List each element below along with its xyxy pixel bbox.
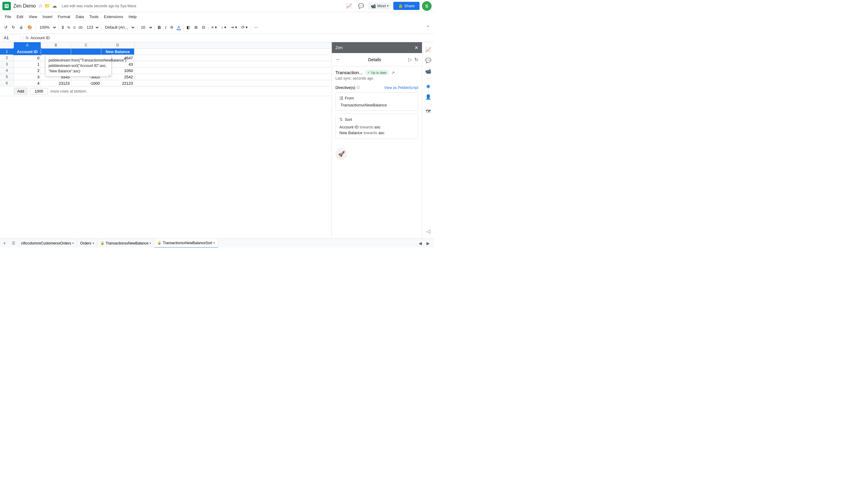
row-num-4[interactable]: 4 [0,68,14,73]
cell-b1[interactable] [41,49,71,54]
panel-play-button[interactable]: ▷ [409,57,412,63]
sidebar-comment-icon[interactable]: 💬 [423,55,433,65]
share-button[interactable]: 🔒 Zen Share [393,2,419,10]
zoom-select[interactable]: 100% [37,23,57,32]
strikethrough-button[interactable]: S [169,24,175,31]
user-avatar[interactable]: S [422,1,432,11]
italic-button[interactable]: I [163,24,168,31]
font-select[interactable]: Default (Ari... [103,23,136,32]
table-row: 6 4 23123 -1000 22123 [0,80,331,86]
print-button[interactable]: 🖨 [17,24,25,31]
panel-nav-title: Details [343,57,406,62]
tooltip-resize-handle[interactable]: ⤡ [108,73,110,76]
percent-button[interactable]: % [66,25,71,30]
align-v-button[interactable]: ↕ ▾ [220,24,228,31]
row-num-6[interactable]: 6 [0,80,14,86]
decimal-dec-button[interactable]: .0 [72,25,76,30]
cell-d1[interactable]: New Balance [101,49,135,54]
font-color-button[interactable]: A [175,24,182,31]
cell-a3[interactable]: 1 [14,61,41,67]
sheet-menu-button[interactable]: ☰ [9,239,18,248]
rocket-button[interactable]: 🚀 [335,148,347,160]
meet-button[interactable]: 📹 Meet ▾ [368,2,391,10]
sidebar-meet-icon[interactable]: 📹 [423,66,433,76]
menu-extensions[interactable]: Extensions [102,13,126,20]
external-link-icon[interactable]: ↗ [391,70,395,75]
cloud-icon[interactable]: ☁ [52,3,57,9]
sidebar-maps-icon[interactable]: 🗺 [423,107,433,116]
cell-b6[interactable]: 23123 [41,80,71,86]
undo-button[interactable]: ↺ [2,24,9,31]
chat-icon[interactable]: 💬 [356,1,366,11]
col-header-c[interactable]: C [71,42,101,48]
borders-button[interactable]: ⊞ [193,24,199,31]
star-icon[interactable]: ☆ [38,3,42,9]
sidebar-zen-icon[interactable]: ◉ [423,81,433,91]
panel-refresh-button[interactable]: ↻ [414,57,418,63]
sidebar-expand-icon[interactable]: ◁ [423,226,433,236]
tab-nav-left[interactable]: ◀ [417,240,424,247]
text-wrap-button[interactable]: ⇥ ▾ [229,24,239,31]
sidebar-person-icon[interactable]: 👤 [423,92,433,102]
format-paint-button[interactable]: 🎨 [25,24,34,31]
toolbar: ↺ ↻ 🖨 🎨 100% $ % .0 .00 123 Default (Ari… [0,21,434,34]
panel-close-button[interactable]: ✕ [414,45,418,51]
menu-format[interactable]: Format [55,13,73,20]
row-num-5[interactable]: 5 [0,74,14,80]
menu-view[interactable]: View [26,13,39,20]
col-header-b[interactable]: B [41,42,71,48]
cell-d6[interactable]: 22123 [101,80,135,86]
sidebar-chart-icon[interactable]: 📈 [423,45,433,54]
menu-help[interactable]: Help [126,13,139,20]
rocket-area: 🚀 [335,142,418,160]
fill-color-button[interactable]: ◧ [185,24,192,31]
align-h-button[interactable]: ≡ ▾ [210,24,219,31]
menu-edit[interactable]: Edit [14,13,25,20]
tab-nav-right[interactable]: ▶ [424,240,432,247]
cell-a1[interactable]: Account ID [14,49,41,54]
cell-a6[interactable]: 4 [14,80,41,86]
cell-c1[interactable] [71,49,101,54]
cell-a2[interactable]: 0 [14,55,41,61]
formula-input[interactable]: Account ID [31,36,432,40]
cell-a5[interactable]: 3 [14,74,41,80]
text-rotate-button[interactable]: ⟳ ▾ [240,24,250,31]
bold-button[interactable]: B [156,24,163,31]
sheet-tab-1[interactable]: cificcolumnsCustomersxOrders ▾ [18,239,77,248]
font-size-select[interactable]: 10 [138,23,153,32]
menu-data[interactable]: Data [73,13,86,20]
row-num-2[interactable]: 2 [0,55,14,61]
sheet-tab-3-label: TransactionsxNewBalance [106,241,149,245]
col-header-a[interactable]: A [14,42,41,48]
redo-button[interactable]: ↻ [10,24,17,31]
menu-insert[interactable]: Insert [40,13,55,20]
collapse-toolbar-button[interactable]: ⌃ [425,24,432,31]
decimal-inc-button[interactable]: .00 [77,25,83,30]
sort-icon: ⇅ [340,117,343,122]
add-rows-input[interactable] [30,88,48,95]
add-rows-button[interactable]: Add [14,88,28,95]
cell-c6[interactable]: -1000 [71,80,101,86]
cell-a4[interactable]: 2 [14,68,41,73]
more-button[interactable]: ⋯ [252,24,260,31]
currency-button[interactable]: $ [60,24,66,31]
menu-file[interactable]: File [2,13,14,20]
folder-icon[interactable]: 📁 [44,3,50,9]
menu-tools[interactable]: Tools [87,13,101,20]
col-header-d[interactable]: D [101,42,135,48]
panel-back-button[interactable]: ← [335,56,341,63]
directives-info-icon[interactable]: ⓘ [357,85,360,90]
formula-tooltip: pebblestream:from("TransactionsxNewBalan… [45,55,111,76]
add-sheet-button[interactable]: + [0,239,9,248]
row-num-header-corner [0,42,14,48]
cell-reference-input[interactable] [2,35,20,41]
sheet-tab-4[interactable]: 🔒 TransactionsxNewBalanceSort ▾ [154,239,218,248]
row-num-3[interactable]: 3 [0,61,14,67]
view-pebblescript-link[interactable]: View as PebbleScript [384,86,418,90]
row-num-1[interactable]: 1 [0,49,14,54]
sheet-tab-2[interactable]: Orders ▾ [77,239,97,248]
more-formats-select[interactable]: 123 [84,23,100,32]
sheet-tab-3[interactable]: 🔒 TransactionsxNewBalance ▾ [97,239,155,248]
merge-button[interactable]: ⊟ [200,24,207,31]
activity-icon[interactable]: 📈 [344,1,354,11]
